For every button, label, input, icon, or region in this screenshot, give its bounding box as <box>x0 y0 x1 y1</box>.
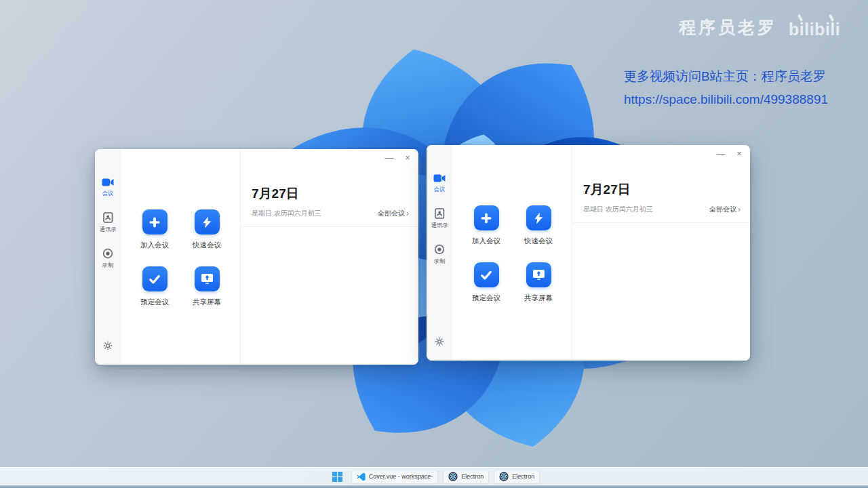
action-label: 快速会议 <box>193 241 221 250</box>
sidebar-item-label: 录制 <box>434 258 446 266</box>
sidebar-item-meeting[interactable]: 会议 <box>433 174 446 194</box>
record-icon <box>102 248 113 259</box>
lightning-icon <box>534 212 544 224</box>
join-meeting-button[interactable]: 加入会议 <box>461 205 511 246</box>
vscode-icon <box>357 472 366 481</box>
video-camera-icon <box>102 178 114 187</box>
schedule-meeting-button[interactable]: 预定会议 <box>461 262 511 303</box>
settings-button[interactable] <box>434 336 445 350</box>
taskbar: Cover.vue - workspace- Electron Electron <box>0 467 868 485</box>
check-icon <box>480 270 492 281</box>
start-button[interactable] <box>328 470 347 484</box>
sidebar-item-record[interactable]: 录制 <box>433 244 446 266</box>
promo-text: 更多视频访问B站主页：程序员老罗 https://space.bilibili.… <box>624 65 828 111</box>
windows-logo-icon <box>332 472 342 482</box>
meeting-app-window-1: — × 会议 通讯录 录制 <box>95 149 418 365</box>
gear-icon <box>102 340 113 351</box>
bilibili-logo: bilibili <box>788 14 857 41</box>
plus-icon <box>149 216 161 228</box>
quick-meeting-button[interactable]: 快速会议 <box>182 209 232 250</box>
join-meeting-button[interactable]: 加入会议 <box>130 209 180 250</box>
sidebar-item-label: 会议 <box>102 190 114 198</box>
action-label: 加入会议 <box>140 241 169 250</box>
electron-icon <box>499 472 509 481</box>
meeting-app-window-2: — × 会议 通讯录 录制 <box>427 145 750 361</box>
sidebar-item-label: 录制 <box>102 262 114 270</box>
schedule-meeting-button[interactable]: 预定会议 <box>130 266 180 307</box>
channel-branding: 程序员老罗 bilibili <box>679 14 857 41</box>
taskbar-item-label: Cover.vue - workspace- <box>369 473 433 480</box>
taskbar-item-vscode[interactable]: Cover.vue - workspace- <box>351 470 439 484</box>
minimize-button[interactable]: — <box>384 152 394 164</box>
action-label: 共享屏幕 <box>524 293 553 303</box>
action-label: 预定会议 <box>140 298 169 307</box>
schedule-subtitle: 星期日 农历闰六月初三 <box>252 209 321 218</box>
divider <box>241 226 418 227</box>
screen-share-icon <box>532 269 545 281</box>
action-label: 快速会议 <box>524 237 553 246</box>
meeting-actions: 加入会议 快速会议 预定会议 共享屏幕 <box>452 145 572 361</box>
lightning-icon <box>202 216 212 228</box>
sidebar-item-label: 通讯录 <box>431 222 448 230</box>
settings-button[interactable] <box>102 340 113 354</box>
sidebar-item-contacts[interactable]: 通讯录 <box>99 212 117 234</box>
sidebar: 会议 通讯录 录制 <box>95 149 121 365</box>
all-meetings-label: 全部会议 <box>378 209 405 218</box>
schedule-date: 7月27日 <box>583 181 741 199</box>
sidebar-item-meeting[interactable]: 会议 <box>102 178 114 198</box>
quick-meeting-button[interactable]: 快速会议 <box>513 205 564 246</box>
sidebar-item-label: 通讯录 <box>100 226 117 234</box>
electron-icon <box>448 472 458 481</box>
taskbar-item-electron-1[interactable]: Electron <box>443 470 489 484</box>
video-camera-icon <box>433 174 446 183</box>
promo-line-1: 更多视频访问B站主页：程序员老罗 <box>624 65 828 88</box>
contacts-icon <box>435 208 445 219</box>
sidebar-item-contacts[interactable]: 通讯录 <box>431 208 449 230</box>
record-icon <box>434 244 445 255</box>
action-label: 预定会议 <box>472 293 500 303</box>
action-label: 共享屏幕 <box>193 298 221 307</box>
chevron-right-icon: › <box>406 210 409 217</box>
taskbar-item-label: Electron <box>461 473 484 480</box>
close-button[interactable]: × <box>734 148 744 160</box>
action-label: 加入会议 <box>472 237 500 246</box>
all-meetings-link[interactable]: 全部会议 › <box>709 205 741 214</box>
contacts-icon <box>103 212 113 223</box>
all-meetings-link[interactable]: 全部会议 › <box>378 209 409 218</box>
sidebar: 会议 通讯录 录制 <box>427 145 452 361</box>
channel-name: 程序员老罗 <box>679 16 777 39</box>
schedule-panel: 7月27日 星期日 农历闰六月初三 全部会议 › <box>240 149 418 365</box>
screen-bottom-edge <box>0 485 868 488</box>
meeting-actions: 加入会议 快速会议 预定会议 共享屏幕 <box>121 149 240 365</box>
schedule-subtitle: 星期日 农历闰六月初三 <box>583 205 653 214</box>
promo-line-2: https://space.bilibili.com/499388891 <box>624 88 828 111</box>
divider <box>572 222 750 223</box>
check-icon <box>149 274 161 285</box>
taskbar-item-electron-2[interactable]: Electron <box>494 470 540 484</box>
svg-text:bilibili: bilibili <box>789 20 840 39</box>
minimize-button[interactable]: — <box>716 148 726 160</box>
taskbar-item-label: Electron <box>512 473 534 480</box>
sidebar-item-label: 会议 <box>434 186 446 194</box>
close-button[interactable]: × <box>403 152 412 164</box>
share-screen-button[interactable]: 共享屏幕 <box>182 266 232 307</box>
all-meetings-label: 全部会议 <box>709 205 736 214</box>
schedule-date: 7月27日 <box>252 185 409 203</box>
chevron-right-icon: › <box>738 206 741 213</box>
sidebar-item-record[interactable]: 录制 <box>102 248 114 270</box>
plus-icon <box>480 212 492 224</box>
share-screen-button[interactable]: 共享屏幕 <box>513 262 564 303</box>
gear-icon <box>434 336 445 347</box>
schedule-panel: 7月27日 星期日 农历闰六月初三 全部会议 › <box>572 145 750 361</box>
screen-share-icon <box>201 273 214 285</box>
